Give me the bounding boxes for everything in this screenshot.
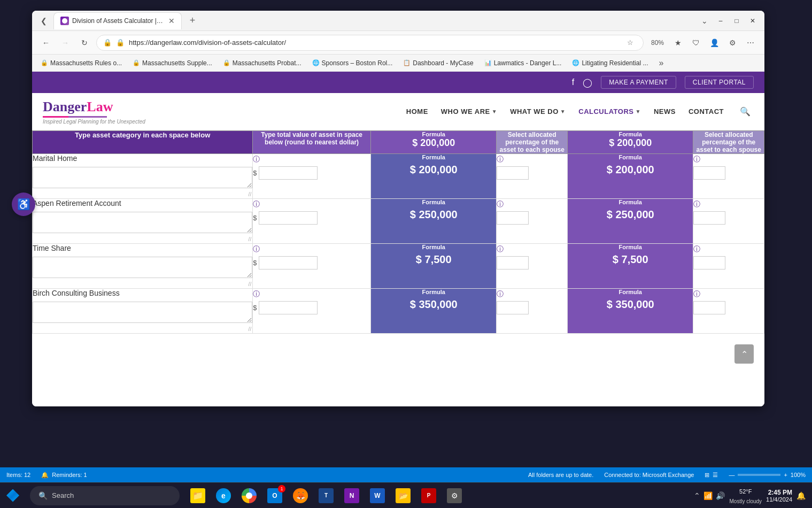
taskbar-search-box[interactable]: 🔍 Search	[30, 486, 180, 505]
clock-time: 2:45 PM	[766, 489, 792, 496]
formula1-label-2: Formula	[371, 199, 497, 205]
taskbar-app-firefox[interactable]: 🦊	[289, 484, 312, 507]
info-icon-2[interactable]: ⓘ	[253, 200, 260, 208]
asset-textarea-4[interactable]	[33, 302, 252, 323]
formula2-value-4: $ 350,000	[607, 298, 654, 310]
tab-dropdown-button[interactable]: ⌄	[697, 13, 712, 28]
pct1-info-icon-1[interactable]: ⓘ	[497, 155, 504, 163]
tab-scroll-left[interactable]: ❮	[36, 13, 51, 28]
profile-icon[interactable]: 👤	[707, 35, 722, 50]
pct1-info-icon-2[interactable]: ⓘ	[497, 200, 504, 208]
nav-calculators[interactable]: CALCULATORS ▼	[578, 107, 641, 116]
instagram-icon[interactable]: ◯	[583, 78, 592, 88]
back-button[interactable]: ←	[38, 35, 53, 50]
info-icon-4[interactable]: ⓘ	[253, 290, 260, 298]
taskbar-app-word[interactable]: W	[366, 484, 389, 507]
value-input-1[interactable]: 400,000	[259, 166, 318, 180]
minimize-button[interactable]: –	[713, 13, 728, 28]
pct2-input-3[interactable]: 50%	[693, 256, 725, 270]
info-icon-1[interactable]: ⓘ	[253, 155, 260, 163]
pct1-input-2[interactable]: 50%	[497, 211, 529, 225]
zoom-minus[interactable]: —	[729, 472, 734, 478]
shield-icon[interactable]: 🛡	[689, 35, 703, 50]
chrome-icon	[242, 488, 257, 503]
bookmark-1-label: Massachusetts Rules o...	[50, 59, 122, 67]
scroll-to-top-button[interactable]: ⌃	[734, 344, 754, 364]
pct1-input-4[interactable]: 50%	[497, 301, 529, 314]
asset-name-2: Aspen Retirement Account	[33, 199, 252, 207]
taskbar-app-teams[interactable]: T	[314, 484, 338, 507]
asset-textarea-1[interactable]	[33, 167, 252, 188]
info-icon-3[interactable]: ⓘ	[253, 245, 260, 253]
refresh-button[interactable]: ↻	[77, 35, 92, 50]
maximize-button[interactable]: □	[729, 13, 744, 28]
what-we-do-dropdown-icon: ▼	[560, 109, 566, 114]
client-portal-button[interactable]: CLIENT PORTAL	[685, 76, 754, 89]
taskbar-app-folder[interactable]: 📂	[391, 484, 415, 507]
pct2-info-icon-2[interactable]: ⓘ	[693, 200, 700, 208]
value-input-4[interactable]: 700,000	[259, 301, 318, 314]
pct2-input-4[interactable]: 50%	[693, 301, 725, 314]
logo-tagline: Inspired Legal Planning for the Unexpect…	[43, 119, 145, 125]
chevron-up-icon[interactable]: ⌃	[694, 491, 700, 500]
value-input-3[interactable]: 15,000	[259, 256, 318, 270]
search-button[interactable]: 🔍	[737, 103, 754, 120]
pct2-input-2[interactable]: 50%	[693, 211, 725, 225]
pct2-input-1[interactable]: 50%	[693, 166, 725, 180]
nav-news[interactable]: NEWS	[654, 107, 676, 116]
star-icon[interactable]: ☆	[624, 36, 637, 49]
close-button[interactable]: ✕	[745, 13, 760, 28]
nav-what-we-do[interactable]: WHAT WE DO ▼	[510, 107, 566, 116]
pct2-info-icon-4[interactable]: ⓘ	[693, 290, 700, 298]
nav-home[interactable]: HOME	[406, 107, 428, 116]
taskbar-app-edge[interactable]: e	[212, 484, 235, 507]
value-input-2[interactable]: 500,000	[259, 211, 318, 225]
bookmark-1[interactable]: 🔒 Massachusetts Rules o...	[36, 58, 126, 68]
taskbar-app-chrome[interactable]	[237, 484, 261, 507]
bookmark-5[interactable]: 📋 Dashboard - MyCase	[399, 58, 477, 68]
extensions-icon[interactable]: ⚙	[725, 35, 740, 50]
make-payment-button[interactable]: MAKE A PAYMENT	[601, 76, 676, 89]
bookmark-7[interactable]: 🌐 Litigating Residential ...	[568, 58, 652, 68]
nav-contact[interactable]: CONTACT	[689, 107, 724, 116]
nav-who-we-are[interactable]: WHO WE ARE ▼	[441, 107, 497, 116]
taskbar-app-powerpoint[interactable]: P	[417, 484, 440, 507]
accessibility-widget[interactable]: ♿	[12, 193, 35, 216]
bookmark-3[interactable]: 🔒 Massachusetts Probat...	[219, 58, 306, 68]
taskbar-app-file-explorer[interactable]: 📁	[186, 484, 210, 507]
taskbar-app-outlook[interactable]: O 1	[263, 484, 287, 507]
volume-icon[interactable]: 🔊	[716, 491, 725, 500]
pct1-info-icon-4[interactable]: ⓘ	[497, 290, 504, 298]
network-icon[interactable]: 📶	[703, 491, 713, 500]
calculator-content[interactable]: Type asset category in each space below …	[32, 130, 764, 406]
taskbar-app-onenote[interactable]: N	[340, 484, 364, 507]
taskbar-app-misc[interactable]: ⚙	[443, 484, 466, 507]
file-explorer-icon: 📁	[190, 488, 205, 503]
notifications-icon[interactable]: 🔔	[796, 491, 806, 500]
start-button[interactable]	[0, 483, 26, 509]
pct1-input-1[interactable]: 50%	[497, 166, 529, 180]
url-bar[interactable]: 🔒 🔒 https://dangerlaw.com/division-of-as…	[96, 35, 644, 51]
asset-textarea-3[interactable]	[33, 257, 252, 278]
bookmark-4[interactable]: 🌐 Sponsors – Boston Rol...	[308, 58, 397, 68]
bookmark-3-label: Massachusetts Probat...	[233, 59, 301, 67]
bookmarks-more-button[interactable]: »	[654, 57, 668, 70]
pct2-info-icon-3[interactable]: ⓘ	[693, 245, 700, 253]
favorites-icon[interactable]: ★	[670, 35, 685, 50]
formula1-value-1: $ 200,000	[410, 164, 458, 175]
dollar-sign-2: $	[253, 214, 257, 222]
asset-textarea-2[interactable]	[33, 212, 252, 233]
new-tab-button[interactable]: +	[184, 12, 201, 29]
zoom-plus[interactable]: +	[784, 472, 787, 478]
formula2-value-1: $ 200,000	[607, 164, 654, 175]
facebook-icon[interactable]: f	[572, 78, 574, 87]
pct1-info-icon-3[interactable]: ⓘ	[497, 245, 504, 253]
pct2-info-icon-1[interactable]: ⓘ	[693, 155, 700, 163]
active-tab[interactable]: Division of Assets Calculator | D... ✕	[53, 12, 182, 29]
bookmark-2[interactable]: 🔒 Massachusetts Supple...	[128, 58, 216, 68]
forward-button[interactable]: →	[58, 35, 73, 50]
more-options-icon[interactable]: ⋯	[743, 35, 758, 50]
tab-close-button[interactable]: ✕	[168, 17, 175, 25]
bookmark-6[interactable]: 📊 Lawmatics - Danger L...	[480, 58, 566, 68]
pct1-input-3[interactable]: 50%	[497, 256, 529, 270]
